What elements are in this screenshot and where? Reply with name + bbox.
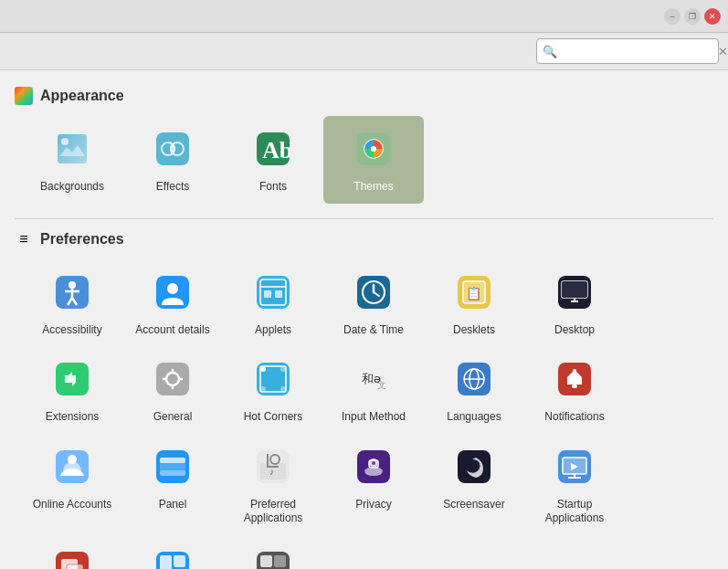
svg-rect-34: [562, 281, 587, 298]
item-input-method[interactable]: 和ǝ文Input Method: [323, 346, 424, 434]
icon-extensions: [47, 353, 98, 405]
section-divider: [15, 218, 713, 219]
label-effects: Effects: [156, 180, 189, 195]
svg-point-12: [69, 281, 76, 289]
icon-notifications: [549, 353, 600, 405]
label-general: General: [153, 410, 193, 425]
item-online-accounts[interactable]: Online Accounts: [22, 434, 122, 535]
svg-point-46: [260, 366, 266, 372]
svg-rect-58: [572, 385, 577, 388]
item-notifications[interactable]: Notifications: [524, 346, 625, 434]
svg-rect-74: [458, 450, 491, 483]
label-date-time: Date & Time: [343, 323, 404, 338]
search-clear-button[interactable]: ✕: [718, 45, 728, 58]
label-accessibility: Accessibility: [42, 323, 101, 338]
svg-rect-1: [58, 134, 87, 163]
search-input[interactable]: [561, 45, 714, 58]
label-input-method: Input Method: [342, 410, 406, 425]
item-general[interactable]: General: [122, 346, 223, 434]
label-backgrounds: Backgrounds: [40, 180, 104, 195]
icon-fonts: Ab: [248, 123, 299, 174]
icon-accessibility: [47, 267, 98, 318]
label-themes: Themes: [353, 180, 393, 195]
svg-rect-90: [274, 555, 286, 567]
item-workspaces[interactable]: Workspaces: [223, 535, 323, 569]
close-button[interactable]: ✕: [704, 8, 721, 25]
appearance-color-icon: [15, 87, 33, 105]
svg-text:Ab: Ab: [262, 137, 290, 163]
appearance-section-title: Appearance: [40, 88, 124, 104]
svg-rect-22: [264, 290, 271, 298]
icon-backgrounds: [47, 123, 98, 174]
label-preferred-apps: Preferred Applications: [228, 498, 318, 526]
svg-text:📋: 📋: [466, 286, 482, 301]
icon-date-time: [348, 267, 399, 318]
item-desklets[interactable]: 📋Desklets: [424, 259, 524, 347]
item-hot-corners[interactable]: Hot Corners: [223, 346, 323, 434]
item-themes[interactable]: Themes: [323, 116, 424, 204]
item-startup-apps[interactable]: Startup Applications: [524, 434, 625, 535]
icon-windows: [47, 543, 98, 569]
appearance-section-icon: [15, 87, 33, 105]
svg-rect-38: [156, 363, 189, 395]
item-fonts[interactable]: AbFonts: [223, 116, 323, 204]
item-desktop[interactable]: Desktop: [524, 259, 625, 347]
svg-rect-19: [257, 276, 290, 309]
icon-preferred-apps: ♪: [248, 441, 299, 492]
icon-themes: [348, 123, 399, 174]
label-account-details: Account details: [135, 323, 209, 338]
item-applets[interactable]: Applets: [223, 259, 323, 347]
preferences-section-icon: ≡: [15, 230, 33, 248]
item-screensaver[interactable]: Screensaver: [424, 434, 524, 535]
label-privacy: Privacy: [355, 498, 391, 512]
svg-point-61: [68, 455, 77, 464]
svg-rect-85: [160, 555, 172, 569]
preferences-section-title: Preferences: [40, 231, 124, 248]
icon-workspaces: [248, 543, 299, 569]
preferences-section-header: ≡ Preferences: [15, 230, 713, 248]
svg-rect-64: [160, 458, 185, 463]
icon-online-accounts: [47, 441, 98, 492]
label-desktop: Desktop: [554, 323, 595, 338]
icon-privacy: [348, 441, 399, 492]
item-date-time[interactable]: Date & Time: [323, 259, 424, 347]
search-box: 🔍 ✕: [536, 38, 719, 64]
search-icon: 🔍: [543, 45, 557, 58]
icon-languages: [448, 353, 500, 405]
label-notifications: Notifications: [544, 410, 604, 425]
svg-point-72: [372, 461, 375, 465]
item-accessibility[interactable]: Accessibility: [22, 259, 122, 347]
item-panel[interactable]: Panel: [122, 434, 223, 535]
titlebar: – ❐ ✕: [0, 0, 728, 33]
window-controls: – ❐ ✕: [664, 8, 721, 25]
item-extensions[interactable]: Extensions: [22, 346, 122, 434]
icon-input-method: 和ǝ文: [348, 353, 399, 405]
svg-point-49: [280, 386, 286, 392]
svg-point-47: [280, 366, 286, 372]
item-preferred-apps[interactable]: ♪Preferred Applications: [223, 434, 323, 535]
item-window-tiling[interactable]: Window Tiling: [122, 535, 223, 569]
item-languages[interactable]: Languages: [424, 346, 524, 434]
item-effects[interactable]: Effects: [122, 116, 223, 204]
icon-desktop: [549, 267, 600, 318]
svg-point-59: [573, 369, 576, 373]
minimize-button[interactable]: –: [664, 8, 681, 25]
appearance-items-grid: BackgroundsEffectsAbFontsThemes: [22, 116, 713, 204]
label-panel: Panel: [159, 498, 187, 512]
label-desklets: Desklets: [453, 323, 495, 338]
icon-desklets: 📋: [448, 267, 500, 318]
icon-account-details: [147, 267, 198, 318]
svg-rect-86: [174, 555, 185, 567]
svg-text:文: 文: [377, 380, 386, 390]
preferences-list-icon: ≡: [15, 230, 33, 248]
icon-general: [147, 353, 198, 405]
item-account-details[interactable]: Account details: [122, 259, 223, 347]
svg-rect-23: [275, 290, 282, 298]
item-privacy[interactable]: Privacy: [323, 434, 424, 535]
item-backgrounds[interactable]: Backgrounds: [22, 116, 122, 204]
appearance-section-header: Appearance: [15, 87, 713, 105]
restore-button[interactable]: ❐: [684, 8, 701, 25]
preferences-items-grid: AccessibilityAccount detailsAppletsDate …: [22, 259, 713, 569]
item-windows[interactable]: Windows: [22, 535, 122, 569]
icon-panel: [147, 441, 198, 492]
